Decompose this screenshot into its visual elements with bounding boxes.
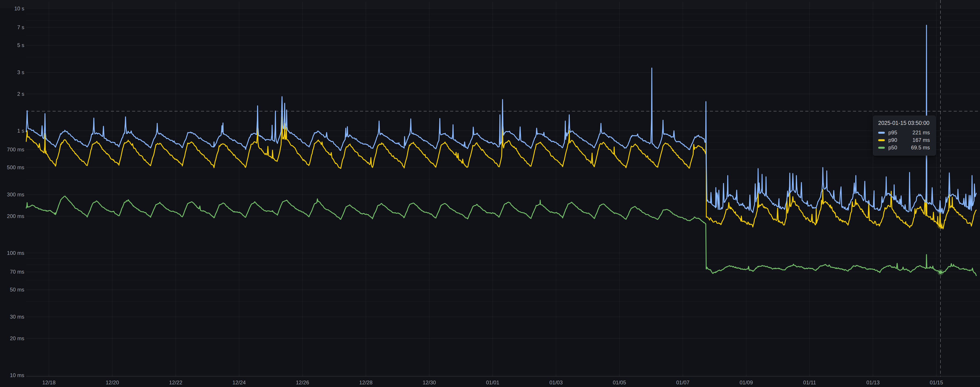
svg-text:20 ms: 20 ms [10,335,24,341]
tooltip: 2025-01-15 03:50:00 p95 221 ms p90 167 m… [873,116,936,155]
svg-text:12/30: 12/30 [423,379,436,385]
svg-text:5 s: 5 s [17,42,24,48]
svg-text:12/20: 12/20 [106,379,119,385]
grafana-timeseries-panel: 10 s7 s5 s3 s2 s1 s700 ms500 ms300 ms200… [0,0,980,387]
tooltip-series-value: 69.5 ms [911,144,932,151]
svg-text:10 ms: 10 ms [10,372,24,378]
chart-background [0,0,980,387]
svg-text:70 ms: 70 ms [10,269,24,275]
svg-text:100 ms: 100 ms [7,250,24,256]
svg-text:12/26: 12/26 [296,379,309,385]
svg-text:01/09: 01/09 [740,379,753,385]
x-axis-labels: 12/1812/2012/2212/2412/2612/2812/3001/01… [42,379,943,385]
gridlines-minor [26,14,980,301]
hover-point-p95 [939,209,942,213]
svg-text:300 ms: 300 ms [7,192,24,197]
svg-text:12/22: 12/22 [169,379,182,385]
svg-text:3 s: 3 s [17,69,24,75]
svg-text:2 s: 2 s [17,91,24,97]
svg-text:10 s: 10 s [14,6,24,11]
svg-text:01/05: 01/05 [613,379,626,385]
tooltip-series-label: p50 [888,144,897,151]
tooltip-series-label: p90 [888,137,897,143]
svg-text:200 ms: 200 ms [7,213,24,219]
hover-point-p50 [939,271,942,274]
series-color-chip-p95 [878,132,885,134]
svg-text:12/28: 12/28 [359,379,372,385]
svg-text:01/11: 01/11 [803,379,816,385]
tooltip-row: p50 69.5 ms [878,144,932,151]
panel-top-band [0,0,980,8]
hover-point-p90 [939,224,942,227]
svg-text:01/15: 01/15 [930,379,943,385]
svg-text:01/03: 01/03 [549,379,563,385]
tooltip-row: p90 167 ms [878,136,932,144]
tooltip-series-value: 221 ms [912,130,932,136]
svg-text:12/18: 12/18 [42,379,56,385]
series-color-chip-p90 [878,139,885,141]
svg-text:01/07: 01/07 [676,379,689,385]
svg-text:01/13: 01/13 [866,379,880,385]
svg-text:01/01: 01/01 [486,379,499,385]
svg-text:500 ms: 500 ms [7,164,24,170]
svg-text:30 ms: 30 ms [10,314,24,320]
svg-text:700 ms: 700 ms [7,146,24,152]
tooltip-series-label: p95 [888,130,897,136]
svg-text:12/24: 12/24 [232,379,246,385]
svg-text:50 ms: 50 ms [10,287,24,293]
tooltip-series-value: 167 ms [912,137,932,143]
tooltip-row: p95 221 ms [878,129,932,136]
series-color-chip-p50 [878,147,885,149]
timeseries-chart[interactable]: 10 s7 s5 s3 s2 s1 s700 ms500 ms300 ms200… [0,0,980,387]
tooltip-timestamp: 2025-01-15 03:50:00 [878,120,932,126]
svg-text:1 s: 1 s [17,128,24,134]
svg-text:7 s: 7 s [17,24,24,30]
